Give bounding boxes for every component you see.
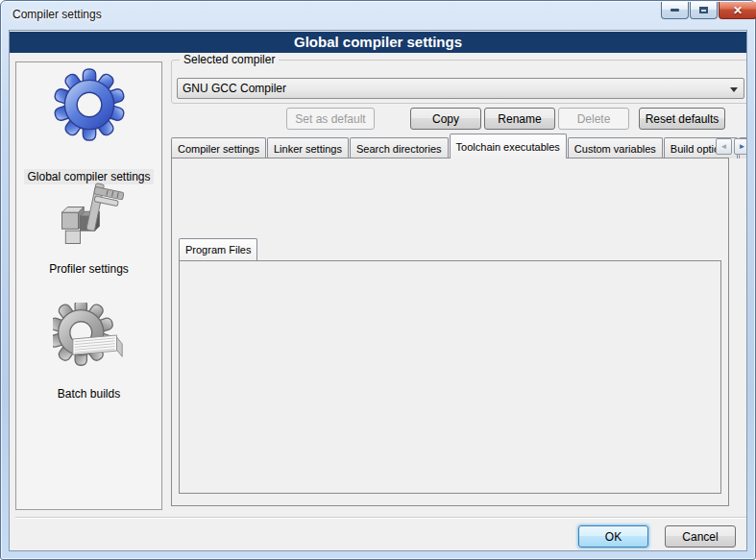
tab-search-directories[interactable]: Search directories [350,137,449,158]
chevron-down-icon [730,87,738,92]
minimize-icon [671,9,679,12]
set-as-default-button: Set as default [286,108,375,130]
batch-builds-icon [53,303,126,376]
cancel-button[interactable]: Cancel [665,525,736,548]
copy-button[interactable]: Copy [410,108,481,130]
page-title: Global compiler settings [10,32,746,53]
caption-buttons: ✕ [661,2,756,19]
footer-separator [15,517,746,519]
global-compiler-settings-icon [53,68,126,141]
close-button[interactable]: ✕ [719,2,756,19]
tab-linker-settings[interactable]: Linker settings [267,137,349,158]
sidebar-item-profiler-settings[interactable]: Profiler settings [16,262,161,276]
program-files-page [179,260,721,494]
settings-category-list: Global compiler settings [15,61,162,510]
sidebar-item-batch-builds[interactable]: Batch builds [16,387,161,401]
selected-compiler-combobox[interactable]: GNU GCC Compiler [177,78,744,99]
selected-compiler-value: GNU GCC Compiler [183,82,286,95]
minimize-button[interactable] [661,2,689,19]
dialog-body: Global compiler settings [9,30,747,551]
tab-scroll-left-button: ◄ [716,138,732,155]
tab-custom-variables[interactable]: Custom variables [568,137,663,158]
selected-compiler-group-label: Selected compiler [180,53,279,66]
maximize-button[interactable] [690,2,718,19]
profiler-settings-icon [53,180,126,253]
window-frame: Compiler settings ✕ Global compiler sett… [0,0,756,560]
tab-toolchain-executables[interactable]: Toolchain executables [450,134,567,158]
tab-program-files[interactable]: Program Files [179,238,257,260]
tab-compiler-settings[interactable]: Compiler settings [171,137,266,158]
tab-scroll-right-button[interactable]: ► [734,138,747,155]
ok-button[interactable]: OK [578,525,648,548]
settings-tabstrip: Compiler settings Linker settings Search… [171,134,747,158]
close-icon: ✕ [733,5,743,16]
window-title: Compiler settings [12,8,102,21]
rename-button[interactable]: Rename [484,108,555,130]
delete-button: Delete [558,108,629,130]
reset-defaults-button[interactable]: Reset defaults [639,108,725,130]
maximize-icon [699,7,708,13]
